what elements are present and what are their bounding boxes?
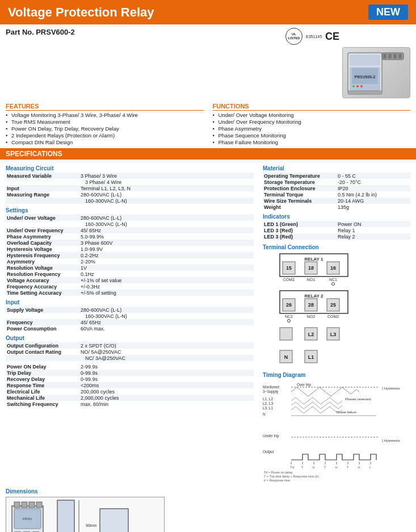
svg-point-10	[352, 85, 355, 87]
svg-text:28: 28	[308, 302, 314, 308]
table-row: Measured Variable 3 Phase/ 3 Wire	[6, 173, 254, 179]
list-item: Compact DIN Rail Design	[6, 139, 204, 145]
functions-list: Under/ Over Voltage Monitoring Under/ Ov…	[213, 112, 411, 145]
svg-rect-38	[280, 328, 292, 340]
svg-text:N: N	[284, 354, 288, 360]
spec-value: NC/ 3A@250VAC	[79, 355, 254, 361]
table-row: Mechanical Life 2,000,000 cycles	[6, 395, 254, 401]
table-row: Hysteresis Frequency 0.2-2Hz	[6, 252, 254, 258]
spec-label	[6, 313, 79, 319]
svg-point-11	[356, 85, 359, 87]
power-terminals-2: N L1	[263, 349, 393, 367]
spec-value: 280-600VAC (L-L)	[79, 307, 254, 313]
measuring-circuit-title: Measuring Circuit	[6, 165, 254, 171]
list-item: Power ON Delay, Trip Delay, Recovery Del…	[6, 125, 204, 132]
specs-section: Measuring Circuit Measured Variable 3 Ph…	[0, 160, 416, 485]
spec-value: NO/ 5A@250VAC	[79, 349, 254, 355]
spec-value: 5.0-99.9%	[79, 233, 254, 240]
spec-value: 0 - 55 C	[337, 173, 410, 179]
svg-text:RELAY 2: RELAY 2	[305, 294, 323, 299]
spec-value: -20 - 70°C	[337, 179, 410, 185]
top-right: UL LISTED E351145 CE	[285, 28, 410, 98]
spec-label: Wire Size Terminals	[263, 198, 337, 204]
list-item: 2 Independent Relays (Protection or Alar…	[6, 132, 204, 139]
table-row: Resolution Frequency 0.1Hz	[6, 271, 254, 277]
table-row: Hysteresis Voltage 1.0-99.9V	[6, 246, 254, 252]
spec-value: Terminal L1, L2, L3, N	[79, 185, 254, 191]
table-row: Switching Frequency max. 60/min	[6, 401, 254, 407]
svg-text:COM2: COM2	[327, 315, 339, 319]
top-left: Part No. PRSV600-2	[6, 28, 280, 98]
svg-text:NC1: NC1	[329, 278, 337, 282]
spec-label	[6, 221, 79, 227]
table-row: Input Terminal L1, L2, L3, N	[6, 185, 254, 191]
svg-text:T: T	[347, 466, 349, 469]
svg-rect-1	[350, 55, 380, 66]
svg-text:COM1: COM1	[283, 278, 295, 282]
table-row: Measuring Range 280-600VAC (L-L)	[6, 191, 254, 198]
spec-value: 160-300VAC (L-N)	[79, 221, 254, 227]
spec-value: 0.1Hz	[79, 271, 254, 277]
dimensions-title: Dimensions	[6, 488, 416, 495]
svg-rect-103	[100, 509, 128, 532]
functions-title: FUNCTIONS	[213, 103, 411, 111]
spec-value: 3 Phase 600V	[79, 240, 254, 246]
spec-value: Power ON	[337, 221, 410, 227]
spec-value: max. 60/min	[79, 401, 254, 407]
spec-label: Output Contact Rating	[6, 349, 79, 355]
spec-value: 45/ 65Hz	[79, 319, 254, 325]
indicators-title: Indicators	[263, 213, 410, 220]
table-row: NC/ 3A@250VAC	[6, 355, 254, 361]
svg-text:T: T	[301, 466, 304, 469]
table-row: Under/ Over Voltage 280-600VAC (L-L)	[6, 215, 254, 221]
ul-number: E351145	[306, 35, 322, 39]
svg-point-37	[288, 320, 291, 322]
spec-label	[6, 198, 79, 204]
table-row: LED 3 (Red) Relay 2	[263, 233, 410, 240]
list-item: Under/ Over Voltage Monitoring	[213, 112, 411, 118]
svg-text:tr = Response time: tr = Response time	[264, 479, 290, 482]
timing-diagram-title: Timing Diagram	[263, 372, 410, 378]
list-item: Phase Asymmetry	[213, 125, 411, 132]
spec-value: +/-5% of setting	[79, 290, 254, 296]
table-row: Terminal Torque 0.5 Nm (4.2 lb in)	[263, 191, 410, 198]
svg-text:L3: L3	[330, 332, 337, 337]
svg-text:25: 25	[330, 302, 336, 308]
spec-label: Input	[6, 185, 79, 191]
spec-label: Electrical Life	[6, 388, 79, 395]
table-row: Power ON Delay 2-99.9s	[6, 363, 254, 370]
svg-rect-13	[348, 91, 382, 94]
spec-value: Relay 1	[337, 227, 410, 233]
svg-point-25	[332, 283, 335, 286]
list-item: True RMS Measurement	[6, 119, 204, 125]
svg-text:L1, L2: L1, L2	[263, 397, 273, 401]
spec-value: 2-99.9s	[79, 363, 254, 370]
spec-label: LED 1 (Green)	[263, 221, 337, 227]
svg-rect-4	[383, 54, 386, 58]
table-row: Supply Voltage 280-600VAC (L-L)	[6, 307, 254, 313]
specs-left: Measuring Circuit Measured Variable 3 Ph…	[6, 162, 254, 483]
svg-text:NO2: NO2	[307, 315, 316, 319]
timing-table: Power ON Delay 2-99.9s Trip Delay 0-99.9…	[6, 363, 254, 407]
svg-text:tr: tr	[313, 466, 315, 469]
spec-label	[6, 355, 79, 361]
svg-text:PRSV: PRSV	[23, 517, 32, 521]
spec-label: LED 3 (Red)	[263, 227, 337, 233]
svg-text:tr: tr	[358, 466, 360, 469]
spec-label: Terminal Torque	[263, 191, 337, 198]
part-number-value: PRSV600-2	[36, 28, 75, 36]
timing-section: Timing Diagram Monitored 3~Supply L1, L2…	[263, 372, 410, 483]
spec-value: 60VA max.	[79, 325, 254, 332]
spec-value: 1V	[79, 265, 254, 271]
table-row: Asymmetry 2-20%	[6, 258, 254, 265]
svg-text:16: 16	[330, 265, 336, 271]
table-row: Protection Enclosure IP20	[263, 185, 410, 191]
spec-label: Storage Temperature	[263, 179, 337, 185]
output-table: Output Configuration 2 x SPDT (C/O) Outp…	[6, 342, 254, 361]
table-row: Operating Temperature 0 - 55 C	[263, 173, 410, 179]
spec-label: Response Time	[6, 382, 79, 388]
svg-text:} Hysteresis: } Hysteresis	[382, 439, 400, 442]
list-item: Phase Failure Monitoring	[213, 139, 411, 145]
indicators-table: LED 1 (Green) Power ON LED 3 (Red) Relay…	[263, 221, 410, 240]
cert-logos: UL LISTED E351145 CE	[285, 28, 410, 45]
